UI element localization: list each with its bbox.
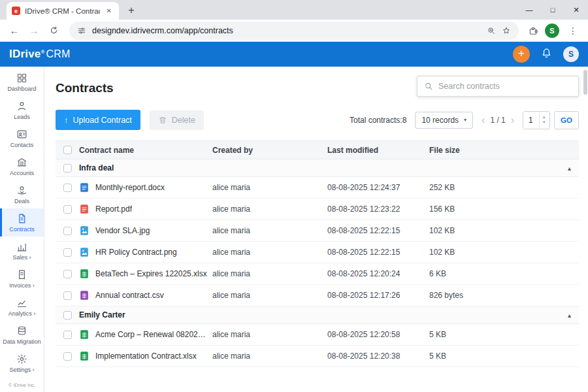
search-box[interactable]	[417, 76, 579, 97]
table-row[interactable]: Implementation Contract.xlsxalice maria0…	[56, 346, 579, 367]
toolbar: ↑ Upload Contract Delete Total contracts…	[56, 110, 579, 130]
created-by: alice maria	[212, 330, 327, 339]
file-size: 156 KB	[429, 204, 579, 214]
upload-contract-button[interactable]: ↑ Upload Contract	[56, 110, 140, 130]
stepper-up-icon[interactable]: ▲	[542, 115, 546, 120]
upload-arrow-icon: ↑	[64, 115, 69, 125]
contract-name[interactable]: HR Policy Contract.png	[95, 248, 177, 257]
search-input[interactable]	[438, 82, 572, 91]
prev-page-icon[interactable]: ‹	[482, 115, 485, 125]
back-icon[interactable]: ←	[5, 22, 24, 40]
sidebar-item-invoices[interactable]: Invoices ›	[0, 265, 44, 293]
quick-add-button[interactable]: +	[513, 46, 530, 63]
user-avatar[interactable]: S	[563, 46, 579, 62]
stepper-down-icon[interactable]: ▼	[542, 120, 546, 125]
row-checkbox[interactable]	[63, 205, 72, 214]
table-row[interactable]: HR Policy Contract.pngalice maria08-08-2…	[56, 242, 579, 263]
page-number-input[interactable]	[523, 112, 539, 129]
window-controls: — □ ✕	[517, 0, 588, 20]
page-scrollbar[interactable]	[583, 70, 587, 95]
chevron-down-icon: ▾	[464, 117, 466, 123]
next-page-icon[interactable]: ›	[511, 115, 514, 125]
table-header: Contract name Created by Last modified F…	[56, 140, 579, 159]
url-text[interactable]: designdev.idrivecrm.com/app/contracts	[92, 26, 481, 35]
minimize-icon[interactable]: —	[517, 0, 541, 20]
row-checkbox[interactable]	[63, 331, 72, 339]
new-tab-button[interactable]: +	[123, 2, 140, 19]
created-by: alice maria	[212, 269, 327, 278]
sidebar-item-label: Settings ›	[9, 367, 34, 373]
close-icon[interactable]: ✕	[564, 0, 588, 20]
zoom-icon[interactable]	[487, 26, 496, 35]
pdf-file-icon	[79, 204, 90, 214]
bookmark-star-icon[interactable]	[502, 26, 511, 35]
extensions-icon[interactable]	[528, 25, 538, 36]
contract-name[interactable]: Implementation Contract.xlsx	[95, 351, 197, 361]
sidebar-item-label: Analytics ›	[8, 310, 36, 317]
table-row[interactable]: Annual contract.csvalice maria08-08-2025…	[56, 285, 579, 306]
sidebar-item-label: Deals	[14, 198, 29, 204]
group-checkbox[interactable]	[63, 311, 72, 319]
address-bar[interactable]: designdev.idrivecrm.com/app/contracts	[69, 22, 519, 40]
maximize-icon[interactable]: □	[541, 0, 564, 20]
row-checkbox[interactable]	[63, 352, 72, 361]
row-checkbox[interactable]	[63, 291, 72, 300]
sidebar-item-sales[interactable]: Sales ›	[0, 237, 44, 265]
contract-name[interactable]: Acme Corp – Renewal 082026.xlsx	[95, 330, 207, 339]
site-info-icon[interactable]	[77, 26, 86, 35]
sidebar-item-label: Invoices ›	[9, 282, 35, 289]
delete-label: Delete	[172, 116, 195, 125]
tab-close-icon[interactable]: ✕	[105, 6, 114, 16]
sidebar-item-accounts[interactable]: Accounts	[0, 152, 44, 180]
table-row[interactable]: BetaTech – Expires 122025.xlsxalice mari…	[56, 263, 579, 285]
sidebar-item-analytics[interactable]: Analytics ›	[0, 293, 44, 321]
file-size: 6 KB	[429, 269, 579, 278]
select-all-checkbox[interactable]	[63, 146, 72, 154]
row-checkbox[interactable]	[63, 184, 72, 192]
sales-icon	[16, 241, 27, 252]
sidebar-item-contracts[interactable]: Contracts	[0, 208, 44, 237]
sidebar-item-data-migration[interactable]: Data Migration	[0, 321, 44, 349]
sidebar-item-deals[interactable]: Deals	[0, 180, 44, 208]
browser-tab[interactable]: e IDrive® CRM - Contracts ✕	[7, 2, 119, 20]
collapse-group-icon[interactable]: ▴	[568, 312, 571, 319]
group-row[interactable]: Emily Carter▴	[56, 306, 579, 324]
sidebar-item-dashboard[interactable]: Dashboard	[0, 68, 44, 96]
contracts-icon	[16, 213, 27, 224]
contract-name[interactable]: Monthly-report.docx	[95, 183, 165, 192]
collapse-group-icon[interactable]: ▴	[568, 165, 571, 172]
chevron-right-icon: ›	[33, 282, 35, 289]
browser-profile-avatar[interactable]: S	[545, 24, 559, 38]
records-per-page-dropdown[interactable]: 10 records ▾	[415, 112, 473, 129]
row-checkbox[interactable]	[63, 248, 72, 257]
contract-name[interactable]: Vendor SLA.jpg	[95, 226, 150, 235]
reload-icon[interactable]	[44, 22, 63, 40]
contract-name[interactable]: Report.pdf	[95, 204, 132, 214]
sidebar-item-settings[interactable]: Settings ›	[0, 349, 44, 377]
go-button[interactable]: GO	[554, 111, 579, 129]
notifications-bell-icon[interactable]	[540, 47, 553, 62]
column-file-size: File size	[429, 146, 579, 155]
table-row[interactable]: Vendor SLA.jpgalice maria08-08-2025 12:2…	[56, 220, 579, 242]
table-row[interactable]: Acme Corp – Renewal 082026.xlsxalice mar…	[56, 324, 579, 346]
data-migration-icon	[16, 325, 27, 336]
docx-file-icon	[79, 182, 90, 193]
sidebar-item-contacts[interactable]: Contacts	[0, 124, 44, 152]
sidebar-item-leads[interactable]: Leads	[0, 96, 44, 124]
row-checkbox[interactable]	[63, 227, 72, 235]
forward-icon[interactable]: →	[25, 22, 43, 40]
row-checkbox[interactable]	[63, 270, 72, 278]
page-stepper[interactable]: ▲▼	[539, 112, 548, 129]
browser-menu-icon[interactable]: ⋮	[566, 25, 580, 36]
delete-button[interactable]: Delete	[150, 110, 204, 130]
tab-title: IDrive® CRM - Contracts	[25, 7, 100, 15]
group-name: Infra deal	[79, 163, 429, 172]
table-row[interactable]: Monthly-report.docxalice maria08-08-2025…	[56, 177, 579, 199]
group-checkbox[interactable]	[63, 164, 72, 172]
contract-name[interactable]: Annual contract.csv	[95, 291, 164, 300]
contract-name[interactable]: BetaTech – Expires 122025.xlsx	[95, 269, 207, 278]
group-row[interactable]: Infra deal▴	[56, 159, 579, 177]
table-row[interactable]: Report.pdfalice maria08-08-2025 12:23:22…	[56, 199, 579, 220]
last-modified: 08-08-2025 12:20:24	[327, 269, 429, 278]
page-indicator: 1 / 1	[490, 116, 505, 125]
